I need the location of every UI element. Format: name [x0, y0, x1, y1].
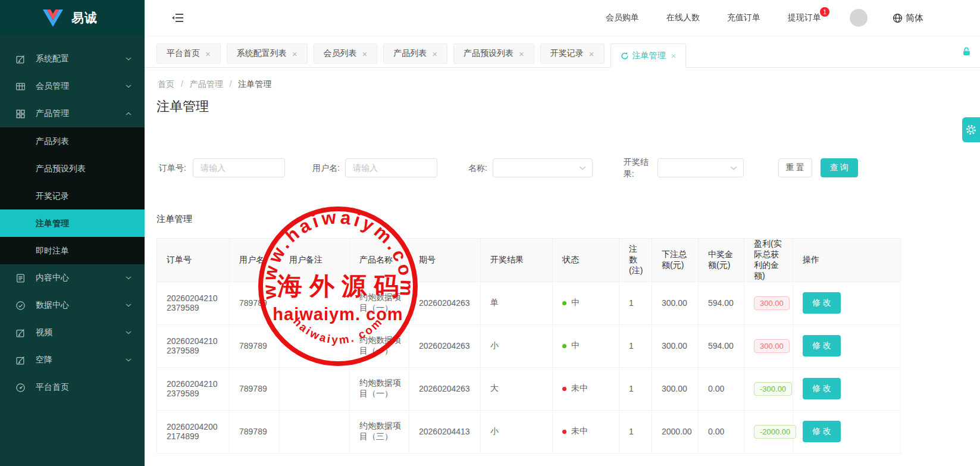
cell-bet-total: 300.00	[652, 324, 699, 367]
sidebar-subitem-product-preset-list[interactable]: 产品预设列表	[0, 155, 145, 182]
avatar[interactable]	[850, 9, 868, 27]
cell-username: 789789	[230, 324, 280, 367]
cell-order-no: 202602042102379589	[157, 324, 230, 367]
cell-order-no: 202602042002174899	[157, 410, 230, 453]
document-icon	[15, 273, 26, 283]
cell-bet-total: 2000.00	[652, 410, 699, 453]
sidebar-subitem-live-bet-orders[interactable]: 即时注单	[0, 237, 145, 264]
profit-badge: 300.00	[754, 339, 790, 353]
notification-badge: 1	[820, 7, 829, 17]
refresh-icon[interactable]	[621, 52, 629, 60]
column-header-bet-total: 下注总额(元)	[652, 238, 699, 282]
name-select[interactable]	[493, 158, 593, 177]
modify-button[interactable]: 修改	[803, 378, 841, 399]
cell-actions: 修改	[793, 282, 901, 324]
close-icon[interactable]: ×	[432, 49, 437, 59]
username-label: 用户名:	[312, 162, 340, 174]
table-row: 202602042102379589 789789 约炮数据项目（一） 2026…	[157, 324, 901, 367]
link-withdraw-orders[interactable]: 提现订单 1	[788, 12, 821, 23]
breadcrumb-current: 注单管理	[238, 79, 271, 89]
tab-product-list[interactable]: 产品列表×	[383, 43, 447, 64]
sidebar-item-platform-home[interactable]: 平台首页	[0, 374, 145, 401]
cell-product: 约炮数据项目（三）	[350, 410, 409, 453]
breadcrumb-product-management[interactable]: 产品管理	[190, 79, 223, 89]
cell-remark	[280, 367, 350, 410]
sidebar-subitem-bet-order-management[interactable]: 注单管理	[0, 209, 145, 237]
reset-button[interactable]: 重置	[778, 158, 812, 177]
order-no-field[interactable]	[193, 158, 285, 177]
chevron-down-icon	[126, 358, 131, 362]
cell-count: 1	[619, 324, 652, 367]
main-content: 首页 / 产品管理 / 注单管理 注单管理 订单号: 用户名: 名称: 开奖结果…	[145, 68, 980, 454]
sidebar-item-member-management[interactable]: 会员管理	[0, 73, 145, 100]
cell-win-amount: 594.00	[699, 324, 744, 367]
draw-result-select[interactable]	[657, 158, 744, 177]
cell-win-amount: 594.00	[699, 282, 744, 324]
page-title: 注单管理	[156, 98, 980, 115]
cell-actions: 修改	[793, 367, 901, 410]
settings-panel-button[interactable]	[962, 117, 980, 142]
link-recharge-orders[interactable]: 充值订单	[727, 12, 760, 23]
cell-profit: -2000.00	[744, 410, 793, 453]
cell-count: 1	[619, 410, 652, 453]
column-header-result: 开奖结果	[481, 238, 553, 282]
tab-bet-order-management[interactable]: 注单管理×	[610, 43, 687, 68]
profit-badge: -300.00	[754, 382, 792, 396]
sidebar-item-video[interactable]: 视频	[0, 319, 145, 346]
close-icon[interactable]: ×	[671, 51, 677, 61]
collapse-sidebar-icon[interactable]	[171, 12, 184, 23]
profit-badge: -2000.00	[754, 425, 796, 439]
cell-period: 20260204413	[409, 410, 481, 453]
tab-label: 系统配置列表	[237, 48, 287, 59]
tab-system-config-list[interactable]: 系统配置列表×	[227, 43, 308, 64]
lock-icon[interactable]	[962, 46, 972, 57]
sidebar-item-label: 系统配置	[36, 54, 69, 64]
close-icon[interactable]: ×	[519, 49, 524, 59]
cell-status: 中	[553, 282, 619, 324]
close-icon[interactable]: ×	[292, 49, 298, 59]
sidebar-subitem-draw-records[interactable]: 开奖记录	[0, 182, 145, 209]
tab-platform-home[interactable]: 平台首页×	[156, 43, 221, 64]
sidebar-item-product-management[interactable]: 产品管理	[0, 100, 145, 127]
check-circle-icon	[15, 301, 26, 311]
cell-profit: -300.00	[744, 367, 793, 410]
modify-button[interactable]: 修改	[803, 335, 841, 356]
close-icon[interactable]: ×	[589, 49, 594, 59]
filter-bar: 订单号: 用户名: 名称: 开奖结果: 重置 查询	[159, 156, 980, 180]
cell-username: 789789	[230, 367, 280, 410]
column-header-remark: 用户备注	[280, 238, 350, 282]
sidebar-item-content-center[interactable]: 内容中心	[0, 264, 145, 292]
sidebar-item-system-config[interactable]: 系统配置	[0, 45, 145, 73]
breadcrumb-home[interactable]: 首页	[158, 79, 174, 89]
tab-product-preset-list[interactable]: 产品预设列表×	[453, 43, 534, 64]
close-icon[interactable]: ×	[362, 49, 368, 59]
modify-button[interactable]: 修改	[803, 292, 841, 314]
grid-icon	[15, 109, 26, 119]
tab-label: 注单管理	[633, 51, 666, 61]
dashboard-icon	[15, 383, 26, 393]
tab-member-list[interactable]: 会员列表×	[314, 43, 378, 64]
cell-actions: 修改	[793, 410, 901, 453]
table-icon	[15, 82, 26, 92]
sidebar-item-data-center[interactable]: 数据中心	[0, 292, 145, 319]
sidebar-item-airdrop[interactable]: 空降	[0, 346, 145, 374]
status-text: 未中	[571, 383, 588, 393]
edit-icon	[15, 328, 26, 338]
link-online-users[interactable]: 在线人数	[666, 12, 700, 23]
cell-username: 789789	[230, 282, 280, 324]
cell-period: 20260204263	[409, 367, 481, 410]
cell-remark	[280, 282, 350, 324]
search-button[interactable]: 查询	[821, 158, 858, 177]
close-icon[interactable]: ×	[205, 49, 211, 59]
sidebar-item-label: 内容中心	[36, 273, 69, 283]
modify-button[interactable]: 修改	[803, 421, 841, 442]
chevron-down-icon	[579, 166, 586, 170]
product-management-submenu: 产品列表 产品预设列表 开奖记录 注单管理 即时注单	[0, 127, 145, 264]
username-field[interactable]	[345, 158, 437, 177]
sidebar-subitem-product-list[interactable]: 产品列表	[0, 127, 145, 155]
column-header-win-amount: 中奖金额(元)	[699, 238, 744, 282]
tab-draw-records[interactable]: 开奖记录×	[540, 43, 605, 64]
link-withdraw-orders-label: 提现订单	[788, 12, 821, 22]
link-member-purchase-orders[interactable]: 会员购单	[606, 12, 639, 23]
language-switcher[interactable]: 简体	[893, 12, 923, 24]
